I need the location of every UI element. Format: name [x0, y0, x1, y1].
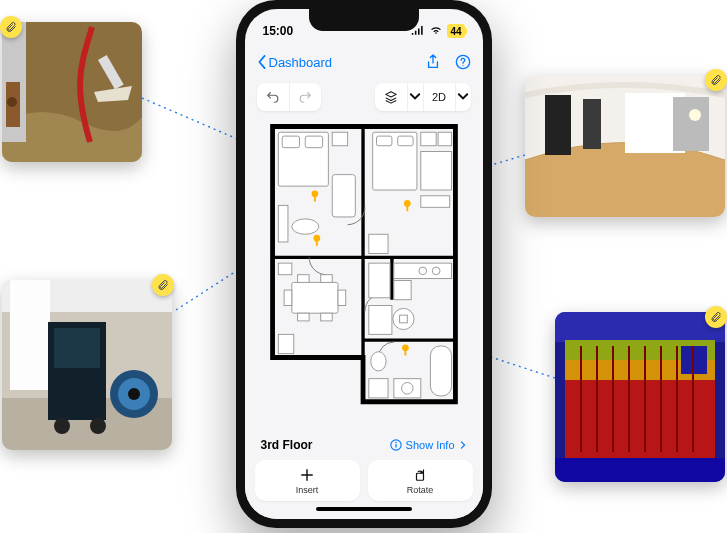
svg-rect-74 [368, 379, 387, 398]
svg-point-19 [90, 418, 106, 434]
svg-rect-84 [406, 205, 408, 211]
thumbnail-360-room[interactable] [525, 75, 725, 217]
svg-rect-58 [297, 275, 309, 283]
undo-button[interactable] [257, 83, 289, 111]
nav-bar: Dashboard [245, 45, 483, 79]
paperclip-icon [705, 306, 727, 328]
svg-rect-70 [368, 306, 391, 335]
svg-rect-62 [284, 290, 292, 305]
svg-rect-82 [315, 240, 317, 246]
svg-point-11 [689, 109, 701, 121]
share-button[interactable] [425, 54, 441, 70]
thumbnail-water-damage[interactable] [2, 22, 142, 162]
bottom-panel: 3rd Floor Show Info Insert Rotate [245, 426, 483, 519]
svg-rect-64 [278, 263, 291, 275]
thumbnail-thermal[interactable] [555, 312, 725, 482]
svg-point-3 [7, 97, 17, 107]
svg-rect-53 [438, 132, 451, 145]
svg-rect-48 [278, 205, 288, 242]
undo-icon [266, 90, 280, 104]
svg-point-69 [432, 267, 440, 275]
svg-rect-51 [397, 136, 412, 146]
view-mode-chevron[interactable] [455, 83, 471, 111]
insert-label: Insert [296, 485, 319, 495]
back-button[interactable]: Dashboard [257, 55, 333, 70]
rotate-button[interactable]: Rotate [368, 460, 473, 501]
svg-rect-90 [417, 473, 424, 480]
svg-rect-65 [368, 263, 389, 298]
svg-rect-45 [305, 136, 322, 148]
svg-rect-54 [420, 152, 451, 191]
rotate-icon [412, 468, 428, 482]
chevron-left-icon [257, 55, 267, 69]
layers-button[interactable] [375, 83, 407, 111]
svg-rect-60 [297, 313, 309, 321]
svg-rect-37 [555, 458, 725, 482]
svg-rect-67 [393, 280, 410, 299]
chevron-down-icon [408, 90, 422, 104]
wifi-icon [429, 24, 443, 38]
paperclip-icon [0, 16, 22, 38]
phone-frame: 15:00 44 Dashboard [236, 0, 492, 528]
svg-rect-8 [583, 99, 601, 149]
svg-point-89 [395, 442, 397, 444]
svg-rect-63 [338, 290, 346, 305]
water-damage-image [2, 22, 142, 162]
redo-button[interactable] [289, 83, 321, 111]
svg-rect-55 [420, 196, 449, 208]
svg-point-22 [128, 388, 140, 400]
svg-point-68 [418, 267, 426, 275]
view-mode-label: 2D [432, 91, 446, 103]
show-info-label: Show Info [406, 439, 455, 451]
svg-rect-14 [10, 280, 50, 390]
svg-rect-24 [555, 312, 725, 342]
plus-icon [299, 468, 315, 482]
svg-rect-50 [376, 136, 391, 146]
svg-point-18 [54, 418, 70, 434]
insert-button[interactable]: Insert [255, 460, 360, 501]
thermal-image [555, 312, 725, 482]
paperclip-icon [152, 274, 174, 296]
layers-chevron[interactable] [407, 83, 423, 111]
redo-icon [298, 90, 312, 104]
floor-label: 3rd Floor [261, 438, 313, 452]
back-label: Dashboard [269, 55, 333, 70]
svg-rect-59 [320, 275, 332, 283]
svg-rect-72 [399, 315, 407, 323]
info-icon [390, 439, 402, 451]
svg-rect-61 [320, 313, 332, 321]
svg-rect-17 [54, 328, 100, 368]
status-time: 15:00 [263, 24, 294, 38]
svg-rect-73 [430, 346, 451, 396]
svg-rect-52 [420, 132, 435, 145]
svg-rect-47 [332, 175, 355, 217]
battery-indicator: 44 [447, 24, 464, 38]
svg-point-75 [370, 352, 385, 371]
svg-rect-78 [278, 334, 293, 353]
phone-screen: 15:00 44 Dashboard [245, 9, 483, 519]
svg-rect-88 [395, 444, 396, 447]
chevron-down-icon [456, 90, 470, 104]
dehumidifier-image [2, 280, 172, 450]
share-icon [425, 54, 441, 70]
floorplan-canvas[interactable] [245, 113, 483, 421]
svg-point-77 [401, 383, 413, 395]
svg-rect-86 [404, 350, 406, 356]
svg-rect-44 [282, 136, 299, 148]
room-360-image [525, 75, 725, 217]
view-mode-button[interactable]: 2D [423, 83, 455, 111]
svg-rect-80 [313, 196, 315, 202]
chevron-right-icon [459, 440, 467, 450]
svg-rect-46 [332, 132, 347, 145]
home-indicator[interactable] [316, 507, 412, 511]
show-info-button[interactable]: Show Info [390, 439, 467, 451]
rotate-label: Rotate [407, 485, 434, 495]
help-icon [455, 54, 471, 70]
paperclip-icon [705, 69, 727, 91]
layers-icon [384, 90, 398, 104]
thumbnail-dehumidifier[interactable] [2, 280, 172, 450]
phone-notch [309, 9, 419, 31]
svg-rect-7 [545, 95, 571, 155]
svg-rect-57 [291, 282, 337, 313]
help-button[interactable] [455, 54, 471, 70]
